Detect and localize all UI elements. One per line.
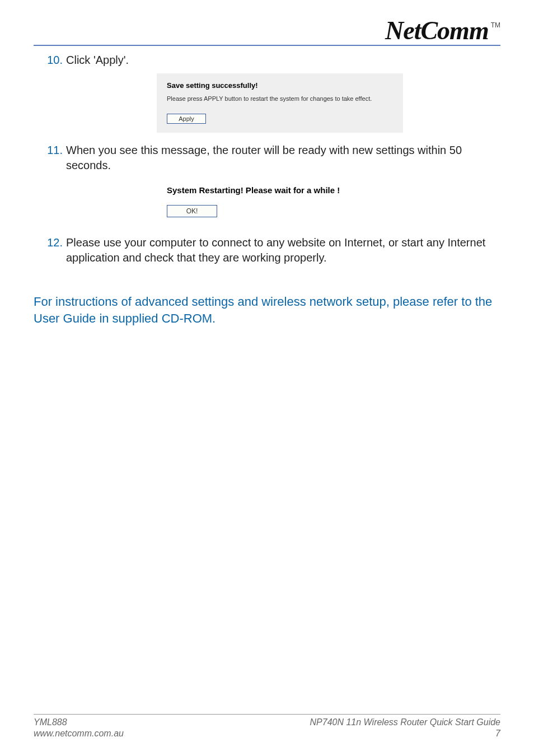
brand-name: NetComm xyxy=(385,18,489,44)
dialog-message: Please press APPLY button to restart the… xyxy=(167,95,393,102)
step-11: 11. When you see this message, the route… xyxy=(34,143,500,173)
trademark-symbol: TM xyxy=(491,21,500,29)
step-text: Please use your computer to connect to a… xyxy=(66,235,500,265)
step-text: Click 'Apply'. xyxy=(66,53,500,68)
footer-right: NP740N 11n Wireless Router Quick Start G… xyxy=(310,717,500,739)
dialog-title: System Restarting! Please wait for a whi… xyxy=(167,185,393,195)
step-12: 12. Please use your computer to connect … xyxy=(34,235,500,265)
content-area: 10. Click 'Apply'. Save setting successf… xyxy=(34,46,500,326)
step-number: 12. xyxy=(34,235,66,250)
dialog-title: Save setting successfully! xyxy=(167,81,393,90)
step-number: 11. xyxy=(34,143,66,158)
page: NetComm TM 10. Click 'Apply'. Save setti… xyxy=(0,0,534,756)
save-setting-dialog: Save setting successfully! Please press … xyxy=(157,73,403,133)
system-restarting-dialog: System Restarting! Please wait for a whi… xyxy=(157,179,403,225)
footer-row: YML888 www.netcomm.com.au NP740N 11n Wir… xyxy=(34,717,500,739)
doc-title: NP740N 11n Wireless Router Quick Start G… xyxy=(310,717,500,728)
page-footer: YML888 www.netcomm.com.au NP740N 11n Wir… xyxy=(34,714,500,739)
website-url: www.netcomm.com.au xyxy=(34,728,124,739)
page-number: 7 xyxy=(310,728,500,739)
doc-code: YML888 xyxy=(34,717,124,728)
step-number: 10. xyxy=(34,53,66,68)
advanced-instructions-note: For instructions of advanced settings an… xyxy=(34,293,500,326)
ok-button[interactable]: OK! xyxy=(167,205,217,217)
page-header: NetComm TM xyxy=(34,16,500,46)
apply-button[interactable]: Apply xyxy=(167,114,206,124)
step-text: When you see this message, the router wi… xyxy=(66,143,500,173)
footer-left: YML888 www.netcomm.com.au xyxy=(34,717,124,739)
footer-divider xyxy=(34,714,500,715)
dialog-button-row: Apply xyxy=(167,113,393,124)
brand-logo: NetComm TM xyxy=(385,18,500,44)
step-10: 10. Click 'Apply'. xyxy=(34,53,500,68)
